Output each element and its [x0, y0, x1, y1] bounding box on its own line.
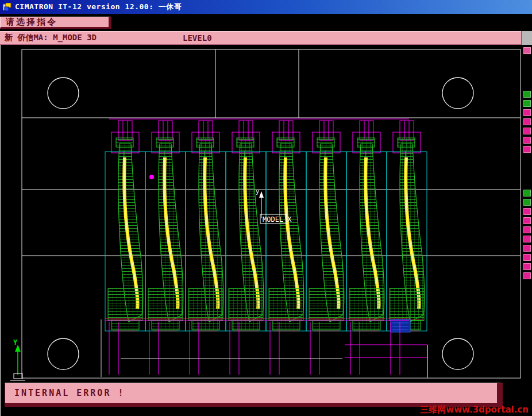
- toolbar-button-10[interactable]: [523, 208, 531, 215]
- status-row: 新 侨信MA: M_MODE 3D LEVEL0: [0, 31, 532, 45]
- toolbar-button-12[interactable]: [523, 226, 531, 233]
- toolbar-button-14[interactable]: [523, 245, 531, 252]
- toolbar-button-13[interactable]: [523, 236, 531, 242]
- view-origin-y-label: Y: [13, 338, 18, 346]
- toolbar-button-15[interactable]: [523, 254, 531, 261]
- pick-point-marker: [149, 175, 154, 179]
- model-axis-label: MODEL X: [263, 215, 292, 224]
- mold-plate-outline: [22, 49, 521, 378]
- toolbar-button-17[interactable]: [523, 272, 531, 279]
- title-bar[interactable]: CIMATRON IT-12 version 12.00: 一休哥: [0, 0, 532, 14]
- right-toolbar: [522, 47, 532, 279]
- view-origin-axis: Y: [10, 338, 25, 380]
- error-bar: INTERNAL ERROR !: [5, 383, 503, 407]
- blade-array: [105, 121, 427, 331]
- toolbar-button-7[interactable]: [523, 146, 531, 153]
- watermark-text: 三维网www.3dportal.cn: [420, 405, 529, 415]
- viewport[interactable]: y MODEL X Y INTERNAL ERROR ! 三维网www.3dpo…: [0, 45, 532, 416]
- toolbar-button-4[interactable]: [523, 118, 531, 125]
- toolbar-button-3[interactable]: [523, 109, 531, 116]
- status-bar: 新 侨信MA: M_MODE 3D LEVEL0: [0, 31, 521, 45]
- toolbar-button-0[interactable]: [523, 47, 531, 54]
- toolbar-button-1[interactable]: [523, 91, 531, 98]
- window-title: CIMATRON IT-12 version 12.00: 一休哥: [15, 2, 182, 12]
- prompt-row: 请选择指令: [0, 14, 532, 31]
- toolbar-button-5[interactable]: [523, 128, 531, 134]
- status-level-label: LEVEL0: [183, 33, 212, 43]
- selected-feature-highlight: [391, 319, 410, 332]
- prompt-message: 请选择指令: [0, 17, 111, 29]
- model-axis-y-label: y: [256, 188, 259, 195]
- toolbar-button-11[interactable]: [523, 217, 531, 224]
- cad-drawing[interactable]: y MODEL X Y: [0, 45, 532, 416]
- toolbar-button-9[interactable]: [523, 199, 531, 206]
- error-text: INTERNAL ERROR !: [14, 388, 125, 398]
- prompt-text: 请选择指令: [6, 17, 57, 28]
- status-mode-text: 新 侨信MA: M_MODE 3D: [5, 33, 97, 43]
- toolbar-button-8[interactable]: [523, 190, 531, 197]
- toolbar-button-16[interactable]: [523, 263, 531, 270]
- app-window: CIMATRON IT-12 version 12.00: 一休哥 请选择指令 …: [0, 0, 532, 416]
- toolbar-button-2[interactable]: [523, 100, 531, 107]
- status-corner-box[interactable]: [521, 31, 532, 45]
- toolbar-button-6[interactable]: [523, 137, 531, 144]
- app-icon: [3, 3, 11, 11]
